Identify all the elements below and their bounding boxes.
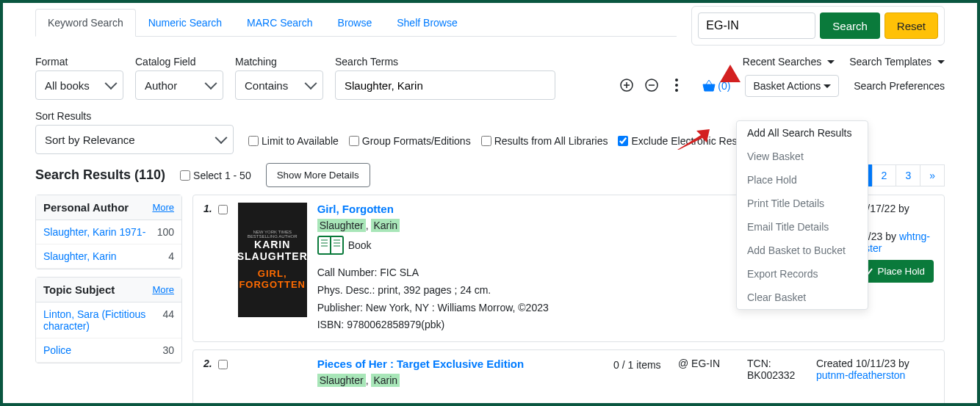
facet-more-link[interactable]: More xyxy=(152,284,174,295)
isbn: ISBN: 9780062858979(pbk) xyxy=(317,316,737,334)
sort-label: Sort Results xyxy=(35,110,234,122)
quick-search-input[interactable] xyxy=(698,12,815,39)
kebab-menu-icon[interactable] xyxy=(666,75,687,95)
search-tabs: Keyword Search Numeric Search MARC Searc… xyxy=(35,9,677,37)
result-number: 1. xyxy=(203,203,212,334)
search-terms-input[interactable] xyxy=(335,70,555,100)
call-number: Call Number: FIC SLA xyxy=(317,264,737,282)
annotation-triangle xyxy=(720,65,741,82)
format-label: Format xyxy=(35,56,123,68)
facet-personal-author: Personal Author More Slaughter, Karin 19… xyxy=(35,195,182,269)
results-title: Search Results (110) xyxy=(35,167,165,183)
search-preferences-link[interactable]: Search Preferences xyxy=(854,80,945,92)
search-templates-dropdown[interactable]: Search Templates xyxy=(849,56,945,68)
facet-item[interactable]: Slaughter, Karin 4 xyxy=(36,244,181,269)
basket-actions-dropdown[interactable]: Basket Actions xyxy=(745,75,839,97)
svg-point-6 xyxy=(675,84,678,87)
recent-searches-dropdown[interactable]: Recent Searches xyxy=(743,56,835,68)
created-by-link[interactable]: putnm-dfeatherston xyxy=(816,369,905,381)
facet-topic-subject: Topic Subject More Linton, Sara (Fictiti… xyxy=(35,277,182,363)
group-formats-checkbox[interactable]: Group Formats/Editions xyxy=(349,135,471,147)
facet-item[interactable]: Police 30 xyxy=(36,338,181,363)
menu-view-basket: View Basket xyxy=(737,145,868,168)
result-select-checkbox[interactable] xyxy=(218,360,228,369)
svg-point-5 xyxy=(675,79,678,81)
catalog-field-select[interactable]: Author xyxy=(135,70,223,100)
tab-numeric[interactable]: Numeric Search xyxy=(136,9,234,36)
remove-row-icon[interactable] xyxy=(641,75,662,95)
add-row-icon[interactable] xyxy=(616,75,637,95)
availability-stats: 0 / 1 items xyxy=(609,358,668,386)
matching-label: Matching xyxy=(235,56,323,68)
result-number: 2. xyxy=(203,358,212,386)
search-terms-label: Search Terms xyxy=(335,56,605,68)
sort-select[interactable]: Sort by Relevance xyxy=(35,125,234,154)
basket-actions-menu: Add All Search Results View Basket Place… xyxy=(736,120,868,310)
tab-marc[interactable]: MARC Search xyxy=(234,9,325,36)
facets-sidebar: Personal Author More Slaughter, Karin 19… xyxy=(35,195,182,406)
facet-item[interactable]: Linton, Sara (Fictitious character) 44 xyxy=(36,302,181,338)
annotation-arrow xyxy=(677,129,710,150)
facet-more-link[interactable]: More xyxy=(152,202,174,213)
format-select[interactable]: All books xyxy=(35,70,123,100)
tab-keyword[interactable]: Keyword Search xyxy=(35,9,136,37)
menu-print-details: Print Title Details xyxy=(737,192,868,215)
result-title-link[interactable]: Girl, Forgotten xyxy=(317,203,737,215)
catalog-field-label: Catalog Field xyxy=(135,56,223,68)
menu-export: Export Records xyxy=(737,262,868,286)
matching-select[interactable]: Contains xyxy=(235,70,323,100)
result-item: 2. Pieces of Her : Target Exclusive Edit… xyxy=(192,349,945,406)
menu-clear: Clear Basket xyxy=(737,286,868,309)
format-label: Book xyxy=(348,239,372,251)
all-libraries-checkbox[interactable]: Results from All Libraries xyxy=(481,135,608,147)
tab-shelf-browse[interactable]: Shelf Browse xyxy=(384,9,469,36)
result-title-link[interactable]: Pieces of Her : Target Exclusive Edition xyxy=(317,358,599,370)
select-all-checkbox[interactable]: Select 1 - 50 xyxy=(180,170,251,181)
tcn-label: TCN: xyxy=(747,358,806,369)
location: @ EG-IN xyxy=(678,358,737,369)
menu-place-hold: Place Hold xyxy=(737,168,868,192)
menu-add-all[interactable]: Add All Search Results xyxy=(737,121,868,145)
menu-add-bucket: Add Basket to Bucket xyxy=(737,239,868,262)
search-button[interactable]: Search xyxy=(820,12,880,39)
menu-email-details: Email Title Details xyxy=(737,215,868,239)
tab-browse[interactable]: Browse xyxy=(325,9,385,36)
page-next[interactable]: » xyxy=(920,164,945,186)
facet-item[interactable]: Slaughter, Karin 1971- 100 xyxy=(36,220,181,244)
phys-desc: Phys. Desc.: print, 392 pages ; 24 cm. xyxy=(317,282,737,300)
page-3[interactable]: 3 xyxy=(896,164,920,186)
facet-title: Personal Author xyxy=(43,201,129,214)
svg-point-7 xyxy=(675,89,678,92)
facet-title: Topic Subject xyxy=(43,283,115,296)
book-icon xyxy=(317,236,344,255)
result-select-checkbox[interactable] xyxy=(218,205,228,214)
publisher: Publisher: New York, NY : Williams Morro… xyxy=(317,300,737,317)
book-cover[interactable]: NEW YORK TIMES BESTSELLING AUTHOR KARIN … xyxy=(238,203,307,317)
page-2[interactable]: 2 xyxy=(872,164,897,186)
show-more-details-button[interactable]: Show More Details xyxy=(266,163,370,187)
tcn-value: BK002332 xyxy=(747,369,806,381)
quick-search-box: Search Reset xyxy=(691,6,945,46)
limit-available-checkbox[interactable]: Limit to Available xyxy=(248,135,339,147)
reset-button[interactable]: Reset xyxy=(884,12,938,39)
